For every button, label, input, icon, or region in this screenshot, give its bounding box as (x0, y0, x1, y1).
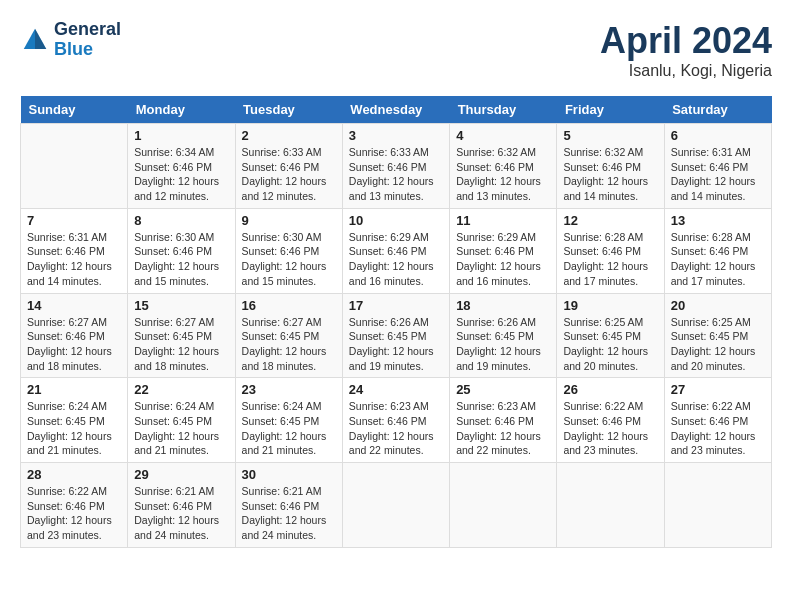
calendar-cell: 10Sunrise: 6:29 AMSunset: 6:46 PMDayligh… (342, 208, 449, 293)
day-info: Sunrise: 6:27 AMSunset: 6:45 PMDaylight:… (242, 315, 336, 374)
day-info: Sunrise: 6:30 AMSunset: 6:46 PMDaylight:… (242, 230, 336, 289)
day-info: Sunrise: 6:23 AMSunset: 6:46 PMDaylight:… (456, 399, 550, 458)
calendar-cell: 23Sunrise: 6:24 AMSunset: 6:45 PMDayligh… (235, 378, 342, 463)
calendar-week-row: 14Sunrise: 6:27 AMSunset: 6:46 PMDayligh… (21, 293, 772, 378)
day-number: 20 (671, 298, 765, 313)
day-number: 22 (134, 382, 228, 397)
calendar-cell: 29Sunrise: 6:21 AMSunset: 6:46 PMDayligh… (128, 463, 235, 548)
day-number: 7 (27, 213, 121, 228)
day-info: Sunrise: 6:26 AMSunset: 6:45 PMDaylight:… (456, 315, 550, 374)
calendar-cell: 15Sunrise: 6:27 AMSunset: 6:45 PMDayligh… (128, 293, 235, 378)
calendar-cell: 5Sunrise: 6:32 AMSunset: 6:46 PMDaylight… (557, 124, 664, 209)
day-info: Sunrise: 6:24 AMSunset: 6:45 PMDaylight:… (27, 399, 121, 458)
calendar-cell (664, 463, 771, 548)
logo-text: General Blue (54, 20, 121, 60)
day-number: 12 (563, 213, 657, 228)
calendar-week-row: 7Sunrise: 6:31 AMSunset: 6:46 PMDaylight… (21, 208, 772, 293)
day-info: Sunrise: 6:28 AMSunset: 6:46 PMDaylight:… (671, 230, 765, 289)
calendar-cell: 20Sunrise: 6:25 AMSunset: 6:45 PMDayligh… (664, 293, 771, 378)
logo-icon (20, 25, 50, 55)
day-info: Sunrise: 6:22 AMSunset: 6:46 PMDaylight:… (671, 399, 765, 458)
day-number: 4 (456, 128, 550, 143)
calendar-cell (557, 463, 664, 548)
weekday-header-friday: Friday (557, 96, 664, 124)
day-number: 30 (242, 467, 336, 482)
day-number: 16 (242, 298, 336, 313)
day-info: Sunrise: 6:25 AMSunset: 6:45 PMDaylight:… (671, 315, 765, 374)
day-number: 6 (671, 128, 765, 143)
calendar-cell: 25Sunrise: 6:23 AMSunset: 6:46 PMDayligh… (450, 378, 557, 463)
day-number: 19 (563, 298, 657, 313)
day-number: 10 (349, 213, 443, 228)
calendar-cell: 11Sunrise: 6:29 AMSunset: 6:46 PMDayligh… (450, 208, 557, 293)
calendar-cell: 26Sunrise: 6:22 AMSunset: 6:46 PMDayligh… (557, 378, 664, 463)
calendar-cell (450, 463, 557, 548)
weekday-header-tuesday: Tuesday (235, 96, 342, 124)
day-info: Sunrise: 6:33 AMSunset: 6:46 PMDaylight:… (349, 145, 443, 204)
calendar-cell: 21Sunrise: 6:24 AMSunset: 6:45 PMDayligh… (21, 378, 128, 463)
calendar-cell: 14Sunrise: 6:27 AMSunset: 6:46 PMDayligh… (21, 293, 128, 378)
day-number: 24 (349, 382, 443, 397)
calendar-cell: 6Sunrise: 6:31 AMSunset: 6:46 PMDaylight… (664, 124, 771, 209)
location: Isanlu, Kogi, Nigeria (600, 62, 772, 80)
calendar-cell: 9Sunrise: 6:30 AMSunset: 6:46 PMDaylight… (235, 208, 342, 293)
day-info: Sunrise: 6:24 AMSunset: 6:45 PMDaylight:… (242, 399, 336, 458)
day-number: 15 (134, 298, 228, 313)
logo-blue: Blue (54, 40, 121, 60)
day-info: Sunrise: 6:25 AMSunset: 6:45 PMDaylight:… (563, 315, 657, 374)
day-number: 5 (563, 128, 657, 143)
calendar-cell: 28Sunrise: 6:22 AMSunset: 6:46 PMDayligh… (21, 463, 128, 548)
day-number: 13 (671, 213, 765, 228)
logo-general: General (54, 20, 121, 40)
calendar-cell: 2Sunrise: 6:33 AMSunset: 6:46 PMDaylight… (235, 124, 342, 209)
day-number: 27 (671, 382, 765, 397)
day-info: Sunrise: 6:34 AMSunset: 6:46 PMDaylight:… (134, 145, 228, 204)
day-info: Sunrise: 6:27 AMSunset: 6:46 PMDaylight:… (27, 315, 121, 374)
day-number: 29 (134, 467, 228, 482)
calendar-cell: 7Sunrise: 6:31 AMSunset: 6:46 PMDaylight… (21, 208, 128, 293)
day-info: Sunrise: 6:23 AMSunset: 6:46 PMDaylight:… (349, 399, 443, 458)
day-info: Sunrise: 6:30 AMSunset: 6:46 PMDaylight:… (134, 230, 228, 289)
calendar-cell (342, 463, 449, 548)
day-info: Sunrise: 6:29 AMSunset: 6:46 PMDaylight:… (349, 230, 443, 289)
day-info: Sunrise: 6:32 AMSunset: 6:46 PMDaylight:… (563, 145, 657, 204)
calendar-cell: 30Sunrise: 6:21 AMSunset: 6:46 PMDayligh… (235, 463, 342, 548)
calendar-week-row: 28Sunrise: 6:22 AMSunset: 6:46 PMDayligh… (21, 463, 772, 548)
day-info: Sunrise: 6:29 AMSunset: 6:46 PMDaylight:… (456, 230, 550, 289)
day-number: 17 (349, 298, 443, 313)
day-info: Sunrise: 6:31 AMSunset: 6:46 PMDaylight:… (671, 145, 765, 204)
day-number: 11 (456, 213, 550, 228)
calendar-week-row: 1Sunrise: 6:34 AMSunset: 6:46 PMDaylight… (21, 124, 772, 209)
calendar-cell: 1Sunrise: 6:34 AMSunset: 6:46 PMDaylight… (128, 124, 235, 209)
day-number: 9 (242, 213, 336, 228)
calendar-cell (21, 124, 128, 209)
day-number: 28 (27, 467, 121, 482)
calendar-week-row: 21Sunrise: 6:24 AMSunset: 6:45 PMDayligh… (21, 378, 772, 463)
day-number: 2 (242, 128, 336, 143)
day-number: 3 (349, 128, 443, 143)
day-info: Sunrise: 6:21 AMSunset: 6:46 PMDaylight:… (242, 484, 336, 543)
day-info: Sunrise: 6:21 AMSunset: 6:46 PMDaylight:… (134, 484, 228, 543)
day-number: 21 (27, 382, 121, 397)
calendar-cell: 4Sunrise: 6:32 AMSunset: 6:46 PMDaylight… (450, 124, 557, 209)
weekday-header-saturday: Saturday (664, 96, 771, 124)
day-info: Sunrise: 6:22 AMSunset: 6:46 PMDaylight:… (563, 399, 657, 458)
page-header: General Blue April 2024 Isanlu, Kogi, Ni… (20, 20, 772, 80)
title-section: April 2024 Isanlu, Kogi, Nigeria (600, 20, 772, 80)
day-info: Sunrise: 6:26 AMSunset: 6:45 PMDaylight:… (349, 315, 443, 374)
calendar-cell: 3Sunrise: 6:33 AMSunset: 6:46 PMDaylight… (342, 124, 449, 209)
calendar-cell: 22Sunrise: 6:24 AMSunset: 6:45 PMDayligh… (128, 378, 235, 463)
day-number: 25 (456, 382, 550, 397)
day-number: 14 (27, 298, 121, 313)
calendar-cell: 18Sunrise: 6:26 AMSunset: 6:45 PMDayligh… (450, 293, 557, 378)
day-number: 8 (134, 213, 228, 228)
weekday-header-wednesday: Wednesday (342, 96, 449, 124)
weekday-header-monday: Monday (128, 96, 235, 124)
day-info: Sunrise: 6:22 AMSunset: 6:46 PMDaylight:… (27, 484, 121, 543)
day-info: Sunrise: 6:32 AMSunset: 6:46 PMDaylight:… (456, 145, 550, 204)
day-info: Sunrise: 6:24 AMSunset: 6:45 PMDaylight:… (134, 399, 228, 458)
day-number: 1 (134, 128, 228, 143)
calendar-cell: 24Sunrise: 6:23 AMSunset: 6:46 PMDayligh… (342, 378, 449, 463)
calendar-cell: 16Sunrise: 6:27 AMSunset: 6:45 PMDayligh… (235, 293, 342, 378)
calendar-cell: 27Sunrise: 6:22 AMSunset: 6:46 PMDayligh… (664, 378, 771, 463)
